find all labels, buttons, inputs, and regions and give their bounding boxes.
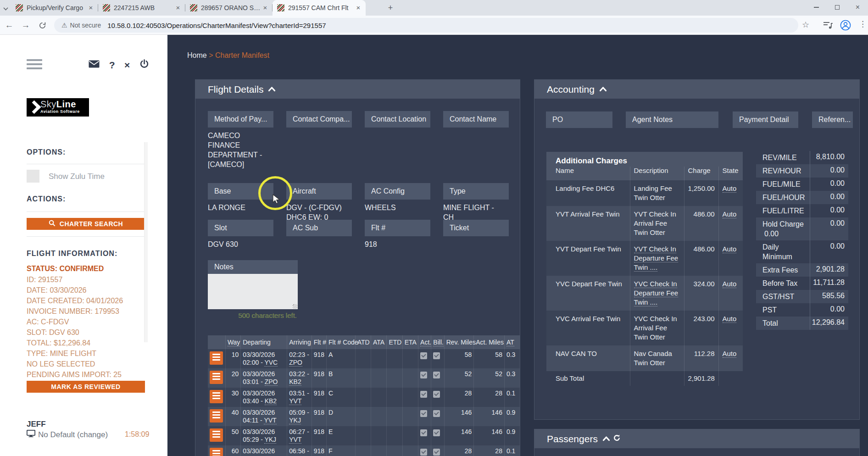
charge-state-link[interactable]: Auto — [723, 184, 737, 193]
browser-tab[interactable]: 2247215 AWB × — [98, 0, 185, 16]
charter-search-button[interactable]: CHARTER SEARCH — [27, 218, 145, 230]
departing-station-link[interactable]: ZPO — [265, 378, 278, 386]
tabstrip-chevron-icon[interactable] — [4, 6, 8, 10]
screen: Pickup/Verify Cargo × 2247215 AWB × 2896… — [0, 0, 868, 456]
leg-way: 10 — [225, 349, 240, 368]
leg-rev-miles: 28 — [444, 388, 474, 407]
leg-menu-button[interactable] — [210, 448, 223, 456]
col-at[interactable]: AT — [506, 339, 514, 346]
col-way[interactable]: Way — [228, 339, 240, 346]
back-button[interactable]: ← — [4, 20, 15, 31]
charge-state-link[interactable]: Auto — [723, 245, 737, 253]
tab-close-icon[interactable]: × — [262, 4, 269, 11]
act-checkbox[interactable] — [420, 429, 427, 436]
breadcrumb-home-link[interactable]: Home — [187, 51, 207, 59]
refresh-button[interactable] — [37, 20, 48, 31]
forward-button[interactable]: → — [20, 20, 31, 31]
new-tab-button[interactable]: + — [385, 3, 395, 13]
show-zulu-checkbox[interactable] — [27, 170, 39, 183]
col-act[interactable]: Act. — [420, 339, 431, 346]
departing-station-link[interactable]: YVC — [264, 359, 278, 367]
leg-bill-cell — [431, 349, 444, 368]
arriving-station-link[interactable]: YVT — [289, 397, 301, 405]
act-checkbox[interactable] — [420, 391, 427, 398]
browser-tab[interactable]: 291557 CAM Chrt Flt × — [273, 0, 366, 16]
leg-menu-button[interactable] — [210, 371, 223, 384]
flight-details-header[interactable]: Flight Details — [195, 80, 520, 99]
passengers-header[interactable]: Passengers — [534, 429, 859, 448]
departing-station-link[interactable]: YVT — [264, 417, 276, 424]
not-secure-label[interactable]: Not secure — [70, 22, 101, 29]
not-secure-warning-icon[interactable]: ⚠ — [61, 22, 67, 29]
refresh-passengers-icon[interactable] — [613, 434, 621, 444]
default-printer-label[interactable]: No Default (change) — [38, 430, 108, 439]
departing-station-link[interactable]: YKJ — [264, 436, 276, 444]
leg-ata — [371, 407, 387, 426]
leg-menu-button[interactable] — [210, 390, 223, 403]
passengers-title: Passengers — [547, 434, 598, 445]
tab-close-icon[interactable]: × — [355, 4, 362, 11]
default-printer-row[interactable]: No Default (change) — [27, 430, 108, 439]
leg-etd — [387, 445, 402, 456]
url-text[interactable]: 10.58.0.102:40503/Operations/CharterMani… — [107, 22, 326, 29]
leg-menu-button[interactable] — [210, 428, 223, 442]
window-minimize-button[interactable] — [806, 0, 827, 15]
bill-checkbox[interactable] — [433, 410, 440, 417]
resize-grip-icon[interactable] — [293, 304, 297, 309]
act-checkbox[interactable] — [420, 410, 427, 417]
collapse-chevron-icon[interactable] — [599, 85, 607, 94]
arriving-station-link[interactable]: KB2 — [289, 378, 301, 386]
tab-close-icon[interactable]: × — [87, 4, 95, 11]
hamburger-menu-icon[interactable] — [27, 59, 42, 72]
media-controls-icon[interactable] — [823, 21, 833, 31]
bill-checkbox[interactable] — [433, 391, 440, 398]
leg-eta — [402, 407, 418, 426]
help-icon[interactable]: ? — [109, 60, 115, 71]
col-bill[interactable]: Bill. — [433, 339, 444, 346]
act-checkbox[interactable] — [420, 372, 427, 378]
charge-description: YVT Check In Departure Fee Twin .... — [630, 241, 684, 276]
bill-checkbox[interactable] — [433, 372, 440, 378]
tab-close-icon[interactable]: × — [174, 4, 182, 11]
sidebar-scrollbar[interactable] — [144, 142, 148, 342]
leg-menu-button[interactable] — [210, 409, 223, 423]
act-checkbox[interactable] — [420, 352, 427, 359]
act-checkbox[interactable] — [420, 449, 427, 456]
textarea-input[interactable] — [208, 274, 298, 309]
close-session-icon[interactable]: × — [124, 60, 130, 71]
collapse-chevron-icon[interactable] — [602, 435, 610, 443]
charge-state-link[interactable]: Auto — [723, 210, 737, 218]
window-maximize-button[interactable] — [827, 0, 847, 15]
collapse-chevron-icon[interactable] — [268, 85, 276, 94]
mark-as-reviewed-button[interactable]: MARK AS REVIEWED — [27, 381, 145, 393]
window-close-button[interactable]: × — [847, 0, 868, 15]
bill-checkbox[interactable] — [433, 449, 440, 456]
departing-station-link[interactable]: KB2 — [265, 397, 277, 405]
address-bar[interactable]: ⚠ Not secure 10.58.0.102:40503/Operation… — [54, 18, 798, 33]
charge-state-link[interactable]: Auto — [723, 315, 737, 323]
flight-field: Method of Pay... CAMECO FINANCE DEPARTME… — [208, 111, 273, 183]
accounting-header[interactable]: Accounting — [534, 80, 859, 99]
bill-checkbox[interactable] — [433, 429, 440, 436]
col-charge: Charge — [684, 167, 718, 180]
col-eta: ETA — [402, 335, 418, 349]
power-icon[interactable] — [139, 59, 149, 71]
bill-checkbox[interactable] — [433, 352, 440, 359]
charge-state: Auto — [718, 206, 743, 241]
field-label-chip: Type — [443, 183, 509, 200]
charge-state-link[interactable]: Auto — [723, 350, 737, 358]
bookmark-star-icon[interactable]: ☆ — [802, 20, 809, 30]
browser-menu-icon[interactable]: ⋮ — [859, 19, 867, 29]
charge-state-link[interactable]: Auto — [723, 280, 737, 288]
browser-tab[interactable]: 289657 ORANO SM Chrt Flt × — [185, 0, 273, 16]
flight-info-line: INVOICE NUMBER: 179953 — [27, 306, 146, 317]
arriving-station-link[interactable]: ZPO — [289, 359, 302, 367]
arriving-station-link[interactable]: YVT — [289, 436, 301, 444]
leg-menu-button[interactable] — [210, 351, 223, 365]
mail-icon[interactable] — [89, 60, 100, 70]
flight-information-heading: FLIGHT INFORMATION: — [27, 250, 117, 258]
logo-arrow-icon — [28, 101, 39, 113]
arriving-station-link[interactable]: YKJ — [289, 417, 301, 424]
profile-avatar-icon[interactable] — [840, 20, 851, 33]
browser-tab[interactable]: Pickup/Verify Cargo × — [11, 0, 98, 16]
